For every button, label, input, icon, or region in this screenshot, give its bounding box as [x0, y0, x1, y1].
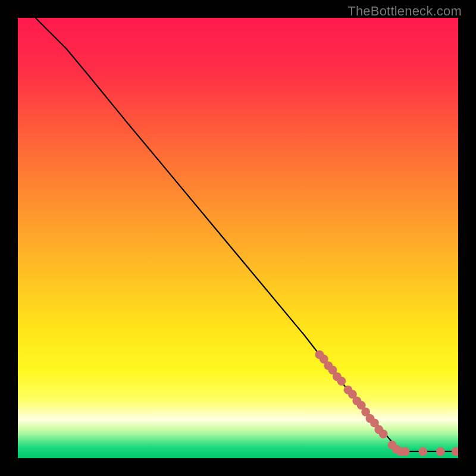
- data-marker: [379, 430, 388, 439]
- chart-svg: [18, 18, 458, 458]
- data-marker: [418, 447, 427, 456]
- attribution-text: TheBottleneck.com: [347, 4, 462, 19]
- plot-area: [18, 18, 458, 458]
- data-marker: [337, 377, 346, 386]
- chart-container: TheBottleneck.com: [0, 0, 476, 476]
- data-marker: [401, 447, 410, 456]
- gradient-background: [18, 18, 458, 458]
- data-marker: [436, 447, 445, 456]
